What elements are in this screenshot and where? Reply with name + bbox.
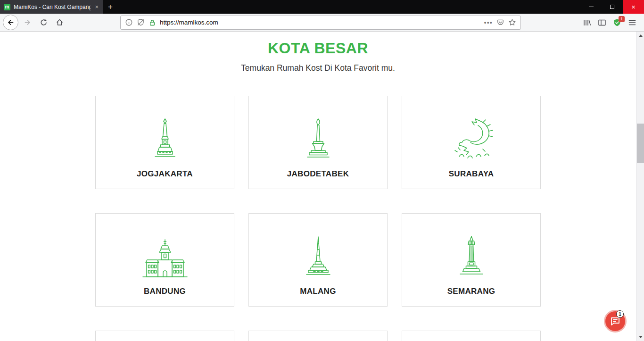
city-card-partial[interactable] — [402, 331, 541, 341]
minimize-icon — [589, 7, 594, 7]
mamikos-favicon-icon: m — [4, 4, 10, 10]
scroll-up-icon — [639, 34, 643, 37]
extension-badge: 1 — [619, 16, 625, 22]
section-heading: KOTA BESAR — [0, 40, 636, 57]
monas-monument-icon — [305, 118, 331, 161]
scrollbar-thumb[interactable] — [637, 124, 644, 163]
tugu-jogja-monument-icon — [151, 118, 179, 161]
close-button[interactable]: × — [623, 0, 644, 14]
home-icon — [56, 18, 64, 26]
tugu-malang-monument-icon — [304, 235, 332, 279]
city-card-jogjakarta[interactable]: JOGJAKARTA — [95, 96, 234, 189]
tracking-protection-off-icon[interactable] — [137, 18, 145, 26]
titlebar-drag-area — [117, 0, 580, 14]
shield-extension-button[interactable]: 1 — [613, 18, 621, 27]
city-name: SURABAYA — [449, 169, 494, 179]
page-content: KOTA BESAR Temukan Rumah Kost Di Kota Fa… — [0, 32, 636, 341]
city-card-malang[interactable]: MALANG — [248, 213, 388, 307]
city-name: SEMARANG — [447, 287, 495, 296]
city-card-semarang[interactable]: SEMARANG — [402, 213, 541, 307]
url-text[interactable]: https://mamikos.com — [160, 19, 218, 26]
suro-boyo-statue-icon — [450, 118, 493, 161]
scrollbar-down-button[interactable] — [636, 333, 644, 341]
page-info-icon[interactable] — [125, 18, 133, 26]
navigation-toolbar: https://mamikos.com ••• 1 — [0, 14, 644, 32]
gedung-sate-building-icon — [140, 238, 190, 279]
maximize-button[interactable] — [602, 0, 623, 14]
reload-button[interactable] — [36, 16, 50, 30]
back-arrow-icon — [7, 18, 15, 26]
chat-badge: 1 — [616, 310, 624, 318]
bookmark-star-icon[interactable] — [508, 18, 516, 26]
city-name: BANDUNG — [144, 287, 186, 296]
scrollbar-track[interactable] — [636, 32, 644, 341]
scrollbar-up-button[interactable] — [636, 32, 644, 40]
browser-tab[interactable]: m MamiKos - Cari Kost Gampang × — [0, 0, 103, 14]
tab-close-button[interactable]: × — [94, 3, 99, 10]
minimize-button[interactable] — [580, 0, 602, 14]
city-name: MALANG — [300, 287, 336, 296]
sidebar-icon[interactable] — [598, 18, 606, 27]
browser-titlebar: m MamiKos - Cari Kost Gampang × + × — [0, 0, 644, 14]
scroll-down-icon — [639, 336, 643, 338]
city-name: JABODETABEK — [287, 169, 349, 179]
city-card-surabaya[interactable]: SURABAYA — [402, 96, 541, 189]
library-icon[interactable] — [583, 18, 591, 27]
reload-icon — [40, 18, 48, 26]
tab-title: MamiKos - Cari Kost Gampang — [14, 4, 91, 10]
pocket-icon[interactable] — [496, 18, 504, 26]
page-actions-button[interactable]: ••• — [484, 19, 493, 26]
city-card-partial[interactable] — [248, 331, 388, 341]
maximize-icon — [610, 5, 614, 9]
city-card-partial[interactable] — [95, 331, 234, 341]
back-button[interactable] — [3, 15, 18, 30]
section-subtitle: Temukan Rumah Kost Di Kota Favorit mu. — [0, 63, 636, 73]
tugu-muda-monument-icon — [457, 235, 486, 279]
city-grid: JOGJAKARTA JABODETABEK — [0, 96, 636, 341]
menu-hamburger-icon[interactable] — [628, 18, 636, 27]
city-card-bandung[interactable]: BANDUNG — [95, 213, 234, 307]
city-card-jabodetabek[interactable]: JABODETABEK — [248, 96, 388, 189]
url-bar[interactable]: https://mamikos.com ••• — [120, 16, 521, 30]
city-name: JOGJAKARTA — [137, 169, 193, 179]
new-tab-button[interactable]: + — [103, 0, 117, 14]
https-lock-icon[interactable] — [149, 19, 156, 26]
toolbar-right-icons: 1 — [583, 18, 636, 27]
home-button[interactable] — [52, 16, 66, 30]
forward-button[interactable] — [20, 16, 34, 30]
forward-arrow-icon — [24, 18, 32, 26]
